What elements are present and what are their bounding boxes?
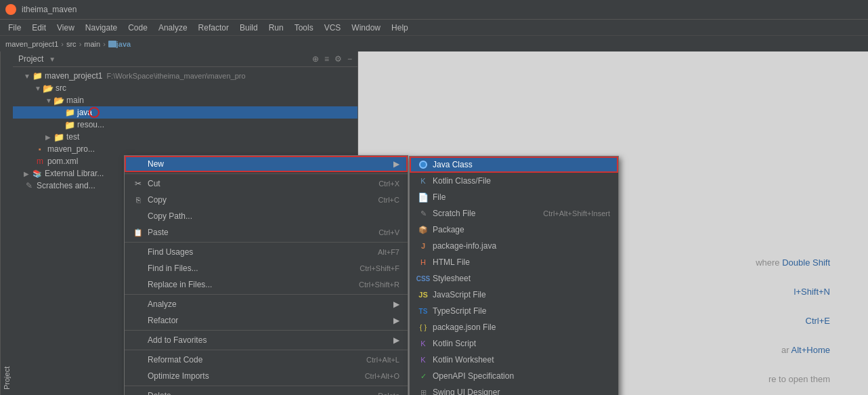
tree-item-java[interactable]: 📁 java bbox=[13, 106, 357, 119]
submenu-shortcut-scratch: Ctrl+Alt+Shift+Insert bbox=[543, 209, 610, 217]
menu-navigate[interactable]: Navigate bbox=[80, 20, 123, 35]
tree-item-resources[interactable]: 📁 resou... bbox=[13, 119, 357, 131]
tree-item-maven-module[interactable]: ▪ maven_pro... bbox=[13, 143, 357, 155]
ctx-sep1 bbox=[125, 173, 408, 174]
menu-refactor[interactable]: Refactor bbox=[193, 20, 234, 35]
ctx-item-refactor[interactable]: Refactor ▶ bbox=[125, 312, 408, 329]
submenu-item-ts[interactable]: TS TypeScript File bbox=[410, 303, 618, 319]
ctx-reformatcode-label: Reformat Code bbox=[148, 355, 362, 365]
ctx-item-reformatcode[interactable]: Reformat Code Ctrl+Alt+L bbox=[125, 352, 408, 368]
ctx-item-addtofavorites[interactable]: Add to Favorites ▶ bbox=[125, 332, 408, 348]
submenu-item-swing[interactable]: ⊞ Swing UI Designer bbox=[410, 384, 618, 395]
submenu-item-stylesheet[interactable]: CSS Stylesheet bbox=[410, 270, 618, 287]
panel-header: Project ▼ ⊕ ≡ ⚙ − bbox=[13, 51, 357, 67]
addtofavorites-arrow: ▶ bbox=[393, 335, 399, 345]
close-icon[interactable]: − bbox=[347, 54, 352, 64]
ctx-new-icon bbox=[133, 159, 144, 169]
menu-edit[interactable]: Edit bbox=[26, 20, 51, 35]
settings-icon[interactable]: ⚙ bbox=[334, 54, 342, 64]
json-icon: { } bbox=[418, 322, 429, 333]
ctx-item-findusages[interactable]: Find Usages Alt+F7 bbox=[125, 244, 408, 260]
ctx-analyze-label: Analyze bbox=[148, 299, 389, 309]
file-icon: 📄 bbox=[418, 192, 429, 203]
submenu-item-kotlinclass[interactable]: K Kotlin Class/File bbox=[410, 173, 618, 189]
ctx-optimizeimports-shortcut: Ctrl+Alt+O bbox=[365, 372, 399, 380]
menu-build[interactable]: Build bbox=[234, 20, 263, 35]
submenu-item-js[interactable]: JS JavaScript File bbox=[410, 287, 618, 303]
ctx-sep3 bbox=[125, 294, 408, 295]
menu-code[interactable]: Code bbox=[123, 20, 153, 35]
menu-analyze[interactable]: Analyze bbox=[153, 20, 193, 35]
breadcrumb-sep3: › bbox=[103, 40, 106, 48]
ctx-item-cut[interactable]: Cut Ctrl+X bbox=[125, 175, 408, 192]
tree-item-test[interactable]: ▶ 📁 test bbox=[13, 131, 357, 143]
submenu-item-kotlinscript[interactable]: K Kotlin Script bbox=[410, 335, 618, 352]
folder-src-icon: 📂 bbox=[43, 83, 53, 93]
main-area: Project Project ▼ ⊕ ≡ ⚙ − ▼ 📁 maven_proj… bbox=[0, 51, 868, 395]
js-icon: JS bbox=[418, 289, 429, 300]
submenu-label-js: JavaScript File bbox=[433, 290, 610, 299]
hint-1: where Double Shift bbox=[756, 257, 830, 268]
submenu-item-javaclass[interactable]: Java Class bbox=[410, 157, 618, 173]
ctx-sep5 bbox=[125, 350, 408, 350]
breadcrumb-project[interactable]: maven_project1 bbox=[5, 40, 58, 48]
arrow-src: ▼ bbox=[35, 85, 43, 92]
ctx-item-replaceinfiles[interactable]: Replace in Files... Ctrl+Shift+R bbox=[125, 276, 408, 293]
menu-file[interactable]: File bbox=[3, 20, 26, 35]
ctx-sep2 bbox=[125, 242, 408, 243]
packageinfo-icon: J bbox=[418, 241, 429, 251]
folder-icon bbox=[108, 41, 116, 47]
submenu-item-json[interactable]: { } package.json File bbox=[410, 319, 618, 335]
ctx-item-optimizeimports[interactable]: Optimize Imports Ctrl+Alt+O bbox=[125, 368, 408, 384]
ctx-item-analyze[interactable]: Analyze ▶ bbox=[125, 296, 408, 312]
tree-label-maven-module: maven_pro... bbox=[47, 144, 95, 154]
menu-vcs[interactable]: VCS bbox=[319, 20, 347, 35]
copy-icon: ⎘ bbox=[133, 194, 144, 205]
ctx-item-paste[interactable]: 📋 Paste Ctrl+V bbox=[125, 224, 408, 241]
menu-window[interactable]: Window bbox=[346, 20, 386, 35]
findinfiles-icon bbox=[133, 263, 144, 274]
submenu-item-scratch[interactable]: ✎ Scratch File Ctrl+Alt+Shift+Insert bbox=[410, 205, 618, 222]
menu-run[interactable]: Run bbox=[263, 20, 289, 35]
submenu-item-file[interactable]: 📄 File bbox=[410, 189, 618, 205]
ctx-optimizeimports-label: Optimize Imports bbox=[148, 371, 361, 381]
breadcrumb-java[interactable]: java bbox=[116, 40, 131, 48]
submenu-item-openapi[interactable]: ✓ OpenAPI Specification bbox=[410, 368, 618, 384]
tree-item-src[interactable]: ▼ 📂 src bbox=[13, 82, 357, 94]
submenu-item-packageinfo[interactable]: J package-info.java bbox=[410, 238, 618, 254]
breadcrumb-sep1: › bbox=[61, 40, 64, 48]
ctx-item-copy[interactable]: ⎘ Copy Ctrl+C bbox=[125, 192, 408, 208]
sidebar-tab-project[interactable]: Project bbox=[0, 51, 13, 395]
tree-item-main[interactable]: ▼ 📂 main bbox=[13, 94, 357, 106]
menu-help[interactable]: Help bbox=[386, 20, 414, 35]
menu-view[interactable]: View bbox=[51, 20, 80, 35]
submenu-label-kotlinclass: Kotlin Class/File bbox=[433, 176, 610, 186]
locate-icon[interactable]: ⊕ bbox=[312, 54, 319, 64]
panel-dropdown[interactable]: ▼ bbox=[49, 56, 56, 63]
submenu-item-kotlinworksheet[interactable]: K Kotlin Worksheet bbox=[410, 352, 618, 368]
ctx-item-findinfiles[interactable]: Find in Files... Ctrl+Shift+F bbox=[125, 260, 408, 276]
collapse-icon[interactable]: ≡ bbox=[324, 54, 329, 64]
submenu-label-kotlinworksheet: Kotlin Worksheet bbox=[433, 355, 610, 365]
submenu-item-package[interactable]: 📦 Package bbox=[410, 222, 618, 238]
library-icon: 📚 bbox=[32, 168, 43, 179]
submenu-label-scratch: Scratch File bbox=[433, 209, 539, 218]
ctx-item-copypath[interactable]: Copy Path... bbox=[125, 208, 408, 224]
submenu-item-html[interactable]: H HTML File bbox=[410, 254, 618, 270]
context-menu: New ▶ Java Class K Kotlin Class/File 📄 bbox=[124, 155, 408, 395]
ctx-paste-shortcut: Ctrl+V bbox=[378, 228, 399, 236]
submenu-label-stylesheet: Stylesheet bbox=[433, 274, 610, 283]
menu-tools[interactable]: Tools bbox=[289, 20, 319, 35]
ts-icon: TS bbox=[418, 306, 429, 316]
ctx-item-new[interactable]: New ▶ Java Class K Kotlin Class/File 📄 bbox=[125, 156, 408, 172]
tree-item-maven-project1[interactable]: ▼ 📁 maven_project1 F:\WorkSpace\itheima_… bbox=[13, 70, 357, 82]
arrow-maven-project1: ▼ bbox=[24, 72, 32, 80]
addtofavorites-icon bbox=[133, 335, 144, 346]
folder-test-icon: 📁 bbox=[53, 131, 64, 142]
breadcrumb-main[interactable]: main bbox=[84, 40, 100, 48]
ctx-new-arrow: ▶ bbox=[393, 159, 399, 169]
project-icon: 📁 bbox=[32, 70, 43, 81]
breadcrumb-src[interactable]: src bbox=[66, 40, 77, 48]
ctx-item-delete[interactable]: Delete... Delete bbox=[125, 388, 408, 395]
pom-icon: m bbox=[35, 156, 45, 167]
